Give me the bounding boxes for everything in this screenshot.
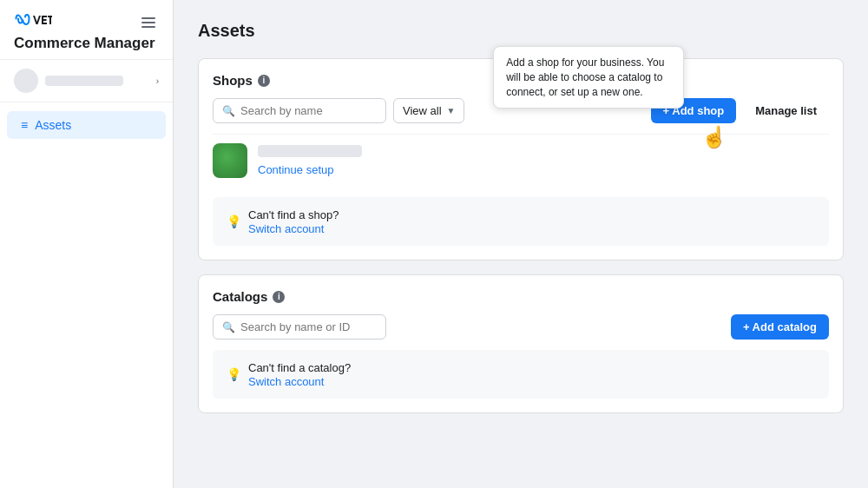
shops-section-title: Shops i <box>213 73 270 88</box>
assets-icon: ≡ <box>21 118 28 132</box>
search-icon: 🔍 <box>222 105 235 117</box>
add-shop-wrapper: Add a shop for your business. You will b… <box>651 98 737 123</box>
sidebar: Commerce Manager › ≡ Assets <box>0 0 174 488</box>
add-catalog-button[interactable]: + Add catalog <box>731 314 829 340</box>
switch-account-catalog-link[interactable]: Switch account <box>248 375 324 388</box>
sidebar-top: Commerce Manager <box>0 0 173 60</box>
avatar <box>14 69 38 93</box>
hamburger-menu[interactable] <box>138 14 159 31</box>
catalogs-search-input[interactable] <box>240 320 377 333</box>
account-name <box>45 76 123 86</box>
shops-toolbar: 🔍 View all ▼ Add a shop for your busines… <box>213 98 829 123</box>
cant-find-shop-content: Can't find a shop? Switch account <box>248 208 339 235</box>
page-title: Assets <box>198 21 844 41</box>
meta-logo <box>14 10 52 26</box>
sidebar-header <box>14 10 159 35</box>
shop-avatar <box>213 143 247 178</box>
cant-find-shop-box: 💡 Can't find a shop? Switch account <box>213 197 829 246</box>
continue-setup-link[interactable]: Continue setup <box>258 163 333 176</box>
add-shop-tooltip: Add a shop for your business. You will b… <box>493 46 684 109</box>
catalogs-search-bar[interactable]: 🔍 <box>213 314 386 340</box>
shop-info: Continue setup <box>258 145 362 176</box>
catalogs-card: Catalogs i 🔍 + Add catalog 💡 Can't find … <box>198 274 844 413</box>
dropdown-arrow-icon: ▼ <box>447 106 456 115</box>
meta-logo-svg <box>14 10 52 26</box>
switch-account-shop-link[interactable]: Switch account <box>248 222 324 235</box>
sidebar-nav: ≡ Assets <box>0 102 173 148</box>
account-row[interactable]: › <box>0 60 173 102</box>
catalogs-info-icon[interactable]: i <box>273 291 285 303</box>
shops-info-icon[interactable]: i <box>258 75 270 87</box>
shops-card: Shops i 🔍 View all ▼ Add a shop for your… <box>198 58 844 260</box>
shop-name-blur <box>258 145 362 157</box>
cursor-hand-icon: ☝️ <box>701 125 727 149</box>
app-title: Commerce Manager <box>14 35 159 52</box>
view-all-dropdown[interactable]: View all ▼ <box>393 98 464 123</box>
main-content: Assets Shops i 🔍 View all ▼ Add a shop <box>174 0 868 488</box>
shops-search-bar[interactable]: 🔍 <box>213 98 386 123</box>
shop-item: Continue setup <box>213 134 829 187</box>
catalog-bulb-icon: 💡 <box>227 367 241 381</box>
shops-search-input[interactable] <box>240 104 377 117</box>
catalogs-toolbar: 🔍 + Add catalog <box>213 314 829 340</box>
catalogs-section-title: Catalogs i <box>213 289 285 304</box>
cant-find-catalog-box: 💡 Can't find a catalog? Switch account <box>213 350 829 399</box>
account-arrow-icon: › <box>156 76 159 86</box>
bulb-icon: 💡 <box>227 214 241 228</box>
manage-list-button[interactable]: Manage list <box>743 98 829 123</box>
sidebar-item-assets[interactable]: ≡ Assets <box>7 111 166 139</box>
catalogs-search-icon: 🔍 <box>222 321 235 333</box>
catalogs-section-header: Catalogs i <box>213 289 829 304</box>
cant-find-catalog-content: Can't find a catalog? Switch account <box>248 360 351 388</box>
sidebar-item-label: Assets <box>35 118 71 132</box>
cant-find-catalog-section: 💡 Can't find a catalog? Switch account <box>213 350 829 399</box>
cant-find-shop-section: 💡 Can't find a shop? Switch account <box>213 197 829 246</box>
